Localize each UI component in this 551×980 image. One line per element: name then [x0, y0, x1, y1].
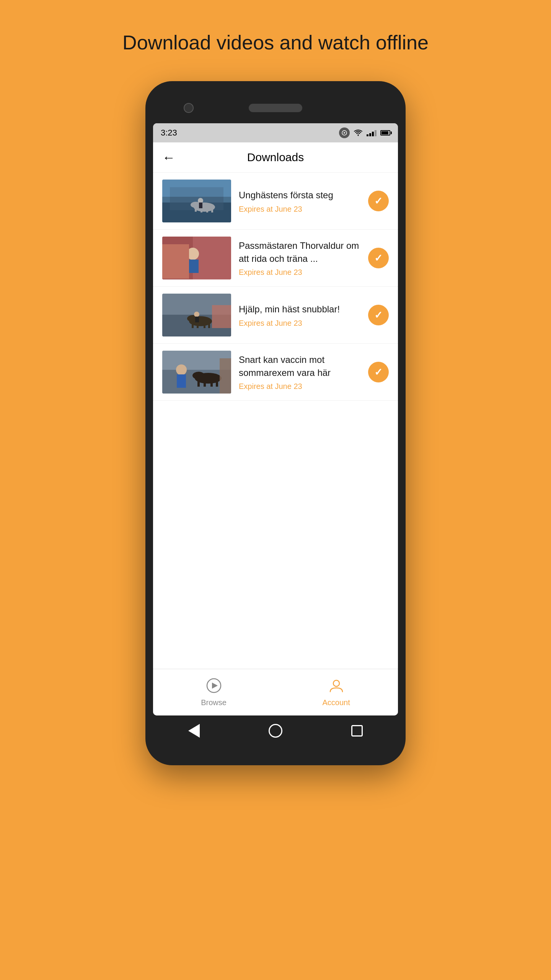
phone-speaker	[249, 104, 302, 112]
wifi-icon	[354, 129, 363, 136]
checkmark-icon: ✓	[374, 309, 383, 321]
svg-rect-12	[199, 203, 202, 208]
video-thumbnail	[162, 237, 231, 279]
svg-marker-1	[344, 132, 346, 134]
svg-point-11	[198, 198, 203, 203]
svg-rect-22	[192, 321, 194, 328]
video-title: Unghästens första steg	[239, 189, 360, 202]
svg-rect-36	[204, 380, 206, 387]
screen-title: Downloads	[183, 151, 368, 164]
svg-rect-10	[211, 207, 213, 212]
phone-home-button[interactable]	[268, 723, 283, 738]
app-header: ← Downloads	[153, 142, 398, 173]
svg-rect-4	[170, 187, 223, 210]
video-thumbnail	[162, 351, 231, 394]
video-info: Unghästens första steg Expires at June 2…	[239, 189, 360, 214]
browse-label: Browse	[201, 698, 227, 707]
svg-rect-2	[162, 180, 231, 222]
svg-rect-24	[204, 322, 205, 328]
back-button[interactable]: ←	[162, 151, 175, 164]
svg-marker-41	[212, 683, 218, 689]
status-icons	[339, 127, 390, 138]
svg-rect-25	[208, 322, 210, 328]
video-thumbnail	[162, 180, 231, 222]
svg-point-6	[191, 202, 201, 208]
account-label: Account	[322, 698, 350, 707]
svg-rect-17	[162, 244, 189, 279]
video-expires: Expires at June 23	[239, 319, 360, 328]
video-info: Passmästaren Thorvaldur om att rida och …	[239, 239, 360, 277]
svg-rect-39	[220, 358, 231, 394]
svg-point-26	[194, 312, 199, 317]
phone-top	[153, 93, 398, 123]
svg-rect-7	[195, 206, 197, 212]
video-expires: Expires at June 23	[239, 382, 360, 391]
phone-nav-buttons	[153, 715, 398, 742]
download-status-icon: ✓	[368, 248, 389, 268]
page-tagline: Download videos and watch offline	[122, 31, 429, 54]
tab-browse[interactable]: Browse	[201, 676, 227, 707]
phone-camera	[184, 103, 194, 113]
video-expires: Expires at June 23	[239, 205, 360, 214]
empty-content-area	[153, 401, 398, 669]
svg-point-5	[194, 203, 215, 212]
video-title: Snart kan vaccin mot sommarexem vara här	[239, 353, 360, 379]
svg-rect-9	[206, 207, 208, 212]
svg-rect-37	[210, 380, 213, 387]
svg-point-42	[333, 680, 339, 686]
video-title: Hjälp, min häst snubblar!	[239, 303, 360, 316]
battery-icon	[380, 130, 390, 136]
svg-rect-8	[201, 207, 202, 212]
status-bar: 3:23	[153, 123, 398, 142]
video-expires: Expires at June 23	[239, 268, 360, 277]
download-status-icon: ✓	[368, 362, 389, 382]
svg-point-31	[176, 364, 187, 375]
browse-icon	[204, 676, 223, 695]
list-item[interactable]: Unghästens första steg Expires at June 2…	[153, 173, 398, 230]
list-item[interactable]: Hjälp, min häst snubblar! Expires at Jun…	[153, 287, 398, 344]
checkmark-icon: ✓	[374, 252, 383, 264]
svg-point-34	[192, 372, 205, 379]
account-icon	[327, 676, 346, 695]
checkmark-icon: ✓	[374, 366, 383, 378]
signal-icon	[367, 129, 377, 136]
video-info: Hjälp, min häst snubblar! Expires at Jun…	[239, 303, 360, 328]
video-info: Snart kan vaccin mot sommarexem vara här…	[239, 353, 360, 391]
svg-rect-28	[212, 305, 231, 328]
svg-rect-35	[197, 379, 200, 387]
svg-rect-3	[162, 203, 231, 222]
phone-back-button[interactable]	[186, 723, 202, 738]
phone-screen: 3:23	[153, 123, 398, 715]
bottom-navigation: Browse Account	[153, 669, 398, 715]
tab-account[interactable]: Account	[322, 676, 350, 707]
list-item[interactable]: Passmästaren Thorvaldur om att rida och …	[153, 230, 398, 287]
svg-rect-23	[197, 322, 199, 328]
svg-rect-38	[216, 379, 218, 387]
downloads-list: Unghästens första steg Expires at June 2…	[153, 173, 398, 401]
media-playback-icon	[339, 127, 350, 138]
video-thumbnail	[162, 294, 231, 336]
video-title: Passmästaren Thorvaldur om att rida och …	[239, 239, 360, 265]
download-status-icon: ✓	[368, 191, 389, 211]
list-item[interactable]: Snart kan vaccin mot sommarexem vara här…	[153, 344, 398, 401]
svg-rect-27	[195, 317, 199, 322]
phone-recents-button[interactable]	[349, 723, 365, 738]
phone-device: 3:23	[145, 81, 406, 765]
checkmark-icon: ✓	[374, 195, 383, 207]
status-time: 3:23	[161, 128, 177, 138]
download-status-icon: ✓	[368, 305, 389, 325]
svg-rect-32	[177, 374, 186, 388]
